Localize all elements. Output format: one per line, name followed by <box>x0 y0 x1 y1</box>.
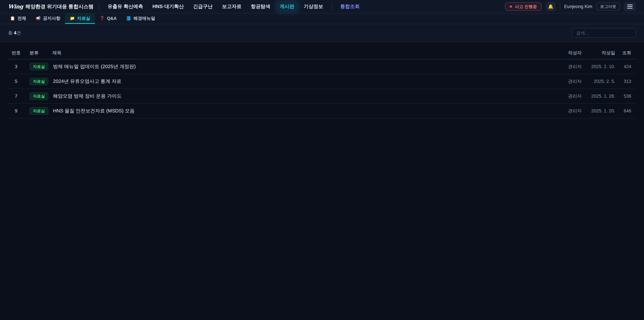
total-count-number: 4 <box>14 30 16 36</box>
nav-item-oil-spill-prediction[interactable]: 유출유 확산예측 <box>104 1 147 12</box>
table-row[interactable]: 3 자료실 방제 매뉴얼 업데이트 (2025년 개정판) 관리자 2025. … <box>8 59 636 74</box>
incident-dot-icon <box>510 5 512 8</box>
col-header-title: 제목 <box>52 50 536 56</box>
nav-item-integrated-search[interactable]: 통합조회 <box>336 1 364 12</box>
nav-item-board-active[interactable]: 게시판 <box>276 1 298 12</box>
post-author: 관리자 <box>536 64 582 70</box>
question-mark-icon: ❓ <box>100 16 105 20</box>
nav-divider <box>332 2 332 11</box>
nav-item-aerial-search[interactable]: 항공탐색 <box>247 1 274 12</box>
table-row[interactable]: 5 자료실 2024년 유류오염사고 통계 자료 관리자 2025. 2. 5.… <box>8 74 636 89</box>
app-title: 해양환경 위기대응 통합시스템 <box>25 3 94 10</box>
tab-notice-label: 공지사항 <box>43 16 60 21</box>
post-number: 5 <box>8 79 24 84</box>
post-number: 3 <box>8 64 24 69</box>
col-header-date: 작성일 <box>582 50 615 56</box>
tab-resources-label: 자료실 <box>77 16 90 21</box>
nav-item-weather-info[interactable]: 기상정보 <box>300 1 327 12</box>
category-badge: 자료실 <box>30 63 48 70</box>
search-input[interactable] <box>572 28 636 38</box>
post-views: 536 <box>615 94 636 99</box>
post-date: 2025. 2. 10. <box>582 64 615 69</box>
post-author: 관리자 <box>536 93 582 99</box>
main-nav: 유출유 확산예측 HNS·대기확산 긴급구난 보고자료 항공탐색 게시판 기상정… <box>104 1 364 12</box>
nav-item-hns-air-diffusion[interactable]: HNS·대기확산 <box>149 1 188 12</box>
board-tabbar: 📋 전체 📢 공지사항 📁 자료실 ❓ Q&A 📘 해경매뉴얼 <box>0 14 644 24</box>
post-title[interactable]: 해양오염 방제 장비 운용 가이드 <box>52 93 536 100</box>
category-badge: 자료실 <box>30 107 48 114</box>
col-header-views: 조회 <box>615 50 636 56</box>
wing-logo: Wing <box>8 3 23 10</box>
post-number: 9 <box>8 108 24 114</box>
col-header-author: 작성자 <box>536 50 582 56</box>
total-count: 총 4건 <box>8 30 21 36</box>
post-date: 2025. 1. 20. <box>582 108 615 114</box>
tab-all[interactable]: 📋 전체 <box>5 14 31 24</box>
tab-manual[interactable]: 📘 해경매뉴얼 <box>122 14 160 24</box>
post-author: 관리자 <box>536 78 582 84</box>
nav-item-reports[interactable]: 보고자료 <box>218 1 245 12</box>
hamburger-menu-icon <box>627 5 632 5</box>
post-date: 2025. 1. 28. <box>582 94 615 99</box>
tab-manual-label: 해경매뉴얼 <box>134 16 155 21</box>
board-content: 번호 분류 제목 작성자 작성일 조회 3 자료실 방제 매뉴얼 업데이트 (2… <box>0 42 644 119</box>
clipboard-icon: 📋 <box>10 16 15 20</box>
post-views: 646 <box>615 108 636 114</box>
top-navbar: Wing 해양환경 위기대응 통합시스템 유출유 확산예측 HNS·대기확산 긴… <box>0 0 644 14</box>
post-views: 313 <box>615 79 636 84</box>
blue-book-icon: 📘 <box>126 16 131 20</box>
post-number: 7 <box>8 94 24 99</box>
brand[interactable]: Wing 해양환경 위기대응 통합시스템 <box>8 3 94 10</box>
table-header-row: 번호 분류 제목 작성자 작성일 조회 <box>8 47 636 59</box>
post-title[interactable]: 2024년 유류오염사고 통계 자료 <box>52 78 536 85</box>
app-root: Wing 해양환경 위기대응 통합시스템 유출유 확산예측 HNS·대기확산 긴… <box>0 0 644 320</box>
tab-qna-label: Q&A <box>107 16 117 21</box>
board-toolbar: 총 4건 <box>0 24 644 42</box>
tab-resources-active[interactable]: 📁 자료실 <box>65 14 95 24</box>
post-views: 424 <box>615 64 636 69</box>
tab-qna[interactable]: ❓ Q&A <box>95 14 122 24</box>
bell-icon: 🔔 <box>548 4 553 9</box>
logout-button[interactable]: 로그아웃 <box>596 3 620 11</box>
notification-bell-button[interactable]: 🔔 <box>546 2 556 11</box>
megaphone-icon: 📢 <box>36 16 40 20</box>
post-title[interactable]: HNS 물질 안전보건자료 (MSDS) 모음 <box>52 108 536 114</box>
tab-all-label: 전체 <box>18 16 26 21</box>
table-row[interactable]: 9 자료실 HNS 물질 안전보건자료 (MSDS) 모음 관리자 2025. … <box>8 104 636 119</box>
post-author: 관리자 <box>536 108 582 114</box>
incident-label: 사고 진행중 <box>515 4 537 10</box>
tab-notice[interactable]: 📢 공지사항 <box>31 14 65 24</box>
category-badge: 자료실 <box>30 78 48 85</box>
incident-in-progress-badge[interactable]: 사고 진행중 <box>505 2 542 11</box>
col-header-number: 번호 <box>8 50 24 56</box>
user-divider <box>560 3 560 10</box>
nav-item-emergency-rescue[interactable]: 긴급구난 <box>190 1 216 12</box>
post-date: 2025. 2. 5. <box>582 79 615 84</box>
brand-divider <box>99 3 99 10</box>
post-title[interactable]: 방제 매뉴얼 업데이트 (2025년 개정판) <box>52 63 536 70</box>
folder-icon: 📁 <box>70 16 75 20</box>
category-badge: 자료실 <box>30 93 48 100</box>
hamburger-menu-button[interactable] <box>624 2 636 11</box>
table-row[interactable]: 7 자료실 해양오염 방제 장비 운용 가이드 관리자 2025. 1. 28.… <box>8 89 636 104</box>
username: Eunjeong Kim <box>564 4 592 9</box>
col-header-category: 분류 <box>24 50 52 56</box>
navbar-right: 사고 진행중 🔔 Eunjeong Kim 로그아웃 <box>505 2 636 11</box>
